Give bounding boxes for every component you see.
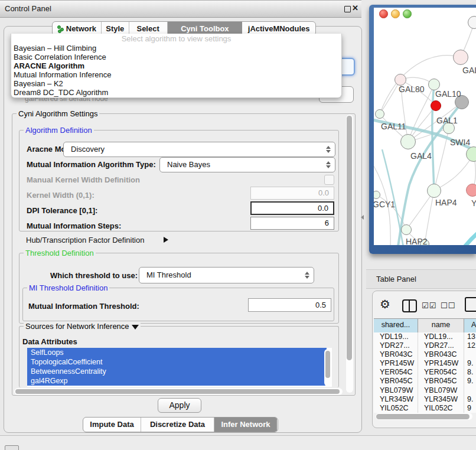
algorithm-option-selected[interactable]: ARACNE Algorithm <box>11 61 341 70</box>
gear-icon[interactable]: ⚙ <box>380 297 390 311</box>
mi-threshold-label: Mutual Information Threshold: <box>28 302 139 311</box>
dropdown-placeholder: Select algorithm to view settings <box>11 34 341 44</box>
table-panel-title: Table Panel <box>376 275 416 283</box>
tab-discretize-data[interactable]: Discretize Data <box>141 418 214 432</box>
collapse-arrow-icon[interactable] <box>132 325 139 330</box>
table-rows: YDL19...YDL19...13 YDR27...YDR27...12 YB… <box>374 332 476 413</box>
column-header-shared-name[interactable]: shared... <box>374 319 418 332</box>
table-row[interactable]: YBL079WYBL079W <box>374 386 476 395</box>
dpi-tolerance-label: DPI Tolerance [0,1]: <box>27 206 97 215</box>
list-item[interactable]: BetweennessCentrality <box>27 367 327 376</box>
node-label: GAL1 <box>436 116 458 125</box>
panel-title: Control Panel <box>5 4 51 13</box>
table-header: shared... name A <box>374 318 476 332</box>
mi-algorithm-type-combobox[interactable]: Naive Bayes <box>159 157 335 172</box>
node-hap4[interactable] <box>427 184 441 198</box>
list-scrollbar[interactable] <box>324 349 331 386</box>
network-canvas[interactable]: GAL80 GAL10 GAL11 GAL1 GAL4 SWI4 GCY1 HA… <box>374 8 476 245</box>
mi-type-label: Mutual Information Algorithm Type: <box>27 160 156 169</box>
list-item[interactable]: gal4RGexp <box>27 376 327 386</box>
node-gal11[interactable] <box>375 109 384 119</box>
algorithm-option[interactable]: Bayesian – Hill Climbing <box>11 44 341 53</box>
node-label: GAL4 <box>410 151 432 161</box>
list-item[interactable]: SelfLoops <box>27 348 327 357</box>
algorithm-option[interactable]: Basic Correlation Inference <box>11 53 341 61</box>
table-row[interactable]: YER054CYER054C8. <box>374 368 476 377</box>
node-hap2[interactable] <box>401 224 412 235</box>
table-row[interactable]: YBR045CYBR045C9. <box>374 377 476 386</box>
dpi-tolerance-field[interactable]: 0.0 <box>250 201 334 215</box>
settings-group-title: Cyni Algorithm Settings <box>17 109 99 118</box>
tab-impute-data[interactable]: Impute Data <box>83 418 141 432</box>
bottom-strip <box>0 436 476 450</box>
node-red-selected[interactable] <box>431 100 441 111</box>
tab-infer-network[interactable]: Infer Network <box>214 418 277 432</box>
deselect-all-columns-icon[interactable]: ☐☐ <box>441 301 455 310</box>
float-window-icon[interactable] <box>344 6 351 12</box>
table-row[interactable]: YPR145WYPR145W9. <box>374 359 476 368</box>
table-row[interactable]: YDR27...YDR27...12 <box>374 341 476 350</box>
column-header-partial[interactable]: A <box>464 319 476 332</box>
data-attributes-label: Data Attributes <box>22 337 77 346</box>
algorithm-definition-title: Algorithm Definition <box>24 126 94 135</box>
settings-horizontal-scrollbar[interactable] <box>14 388 343 395</box>
node-label: GAL11 <box>381 122 406 131</box>
table-row[interactable]: YDL19...YDL19...13 <box>374 332 476 341</box>
manual-kernel-label: Manual Kernel Width Definition <box>27 175 140 184</box>
table-row[interactable]: YBR043CYBR043C <box>374 350 476 359</box>
which-threshold-combobox[interactable]: MI Threshold <box>139 267 314 283</box>
hub-section-label[interactable]: Hub/Transcription Factor Definition <box>26 236 144 244</box>
node-gal10[interactable] <box>428 79 440 90</box>
data-attributes-list: SelfLoops TopologicalCoefficient Between… <box>27 348 332 387</box>
mi-threshold-field[interactable]: 0.5 <box>248 298 331 312</box>
table-row[interactable]: YIL052CYIL052C9 <box>374 404 476 413</box>
list-item[interactable]: TopologicalCoefficient <box>27 357 327 367</box>
column-view-icon[interactable] <box>402 299 417 312</box>
stepper-icon <box>325 145 331 154</box>
kernel-width-field[interactable]: 0.0 <box>250 187 334 200</box>
column-header-name[interactable]: name <box>418 319 464 332</box>
node-gal80[interactable] <box>395 74 406 86</box>
select-all-columns-icon[interactable]: ☑☑ <box>422 301 436 310</box>
table-row[interactable]: YLR345WYLR345W9. <box>374 395 476 404</box>
table-horizontal-scrollbar[interactable] <box>376 413 472 420</box>
node-pink[interactable] <box>453 50 468 65</box>
mi-steps-field[interactable]: 6 <box>250 217 334 230</box>
bottom-tabs: Impute Data Discretize Data Infer Networ… <box>83 417 278 432</box>
node-label: GAL80 <box>399 84 425 94</box>
node-label: HAP2 <box>406 237 428 245</box>
node-label-partial: Y <box>471 198 476 208</box>
node-pink-strong[interactable] <box>466 184 476 197</box>
algorithm-dropdown-popup: Select algorithm to view settings Bayesi… <box>11 34 342 98</box>
apply-button[interactable]: Apply <box>158 398 201 413</box>
grid-icon[interactable] <box>5 445 19 450</box>
mi-steps-label: Mutual Information Steps: <box>27 221 121 230</box>
node-label-partial: GAL <box>462 66 476 75</box>
new-table-icon[interactable] <box>465 297 476 312</box>
node-label: GAL10 <box>435 89 461 99</box>
aracne-mode-combobox[interactable]: Discovery <box>63 142 335 157</box>
control-panel-titlebar: Control Panel ✕ <box>0 0 361 18</box>
which-threshold-label: Which threshold to use: <box>50 271 138 280</box>
stepper-icon <box>304 271 309 279</box>
screen: Control Panel ✕ Network Style Select Cyn… <box>0 0 476 450</box>
network-icon <box>57 25 64 32</box>
stepper-icon <box>325 161 331 169</box>
kernel-width-label: Kernel Width (0,1): <box>27 191 94 200</box>
node-label: SWI4 <box>450 138 470 147</box>
sources-title: Sources for Network Inference <box>24 322 141 331</box>
mi-threshold-definition-title: MI Threshold Definition <box>27 283 109 292</box>
close-icon[interactable]: ✕ <box>352 4 358 12</box>
manual-kernel-checkbox[interactable] <box>324 175 334 185</box>
node-label: GCY1 <box>374 200 395 209</box>
settings-vertical-scrollbar[interactable] <box>346 115 353 393</box>
algorithm-option[interactable]: Bayesian – K2 <box>11 79 341 88</box>
algorithm-option[interactable]: Mutual Information Inference <box>11 70 341 79</box>
algorithm-option[interactable]: Dream8 DC_TDC Algorithm <box>11 88 341 97</box>
panel-splitter-arrow-icon[interactable] <box>361 215 364 220</box>
node-label: HAP4 <box>435 198 457 207</box>
table-panel-titlebar: Table Panel <box>366 269 476 289</box>
threshold-definition-title: Threshold Definition <box>24 249 96 257</box>
expand-arrow-icon[interactable] <box>164 237 168 243</box>
node-gal4[interactable] <box>400 134 416 149</box>
